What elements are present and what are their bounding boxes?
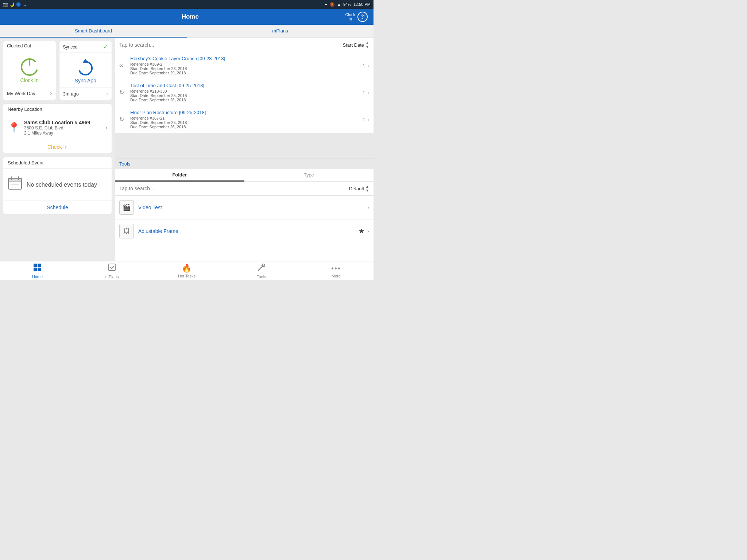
tab-type[interactable]: Type (244, 169, 374, 182)
clock-time: 12:50 PM (353, 2, 371, 7)
tools-list: 🎬 Video Test › 🖼 Adjustable Frame ★ › (115, 196, 374, 261)
tools-sort-arrows: ▲▼ (365, 184, 369, 192)
top-nav: Home ClockIn ⏱ (0, 9, 374, 25)
location-pin-icon: 📍 (8, 122, 20, 134)
section-tabs: Smart Dashboard mPlans (0, 25, 374, 38)
svg-rect-11 (34, 268, 37, 271)
plan-start-date: Start Date: September 23, 2018 (130, 66, 363, 71)
tools-sort-button[interactable]: Default ▲▼ (349, 184, 369, 192)
tool-item[interactable]: 🖼 Adjustable Frame ★ › (115, 219, 374, 243)
plan-ref: Reference #367-21 (130, 116, 363, 120)
mplans-sort-button[interactable]: Start Date ▲▼ (343, 41, 369, 49)
mplans-section: Start Date ▲▼ ∞ Hershey's Cookie Layer C… (115, 38, 374, 159)
tools-section: Tools Folder Type Default ▲▼ 🎬 Video Tes… (115, 159, 374, 261)
nearby-location-card: Nearby Location 📍 Sams Club Location # 4… (3, 103, 112, 154)
schedule-button[interactable]: Schedule (3, 201, 112, 214)
status-left-icons: 📷 🌙 🔵 ... (3, 2, 26, 7)
cards-row: Clocked Out Clock In My Work Day › (3, 41, 112, 100)
plan-item[interactable]: ∞ Hershey's Cookie Layer Crunch [09-23-2… (115, 52, 374, 79)
nav-item-home[interactable]: Home (0, 261, 75, 280)
plan-item[interactable]: ↻ Floor Plan Restructure [09-25-2018] Re… (115, 106, 374, 133)
tools-tabs: Folder Type (115, 169, 374, 182)
plan-title: Floor Plan Restructure [09-25-2018] (130, 110, 363, 115)
location-info: Sams Club Location # 4969 3500 S.E. Club… (24, 120, 102, 136)
svg-rect-12 (38, 268, 41, 271)
nav-item-hot-tasks[interactable]: 🔥 Hot Tasks (150, 261, 224, 280)
nav-label: Hot Tasks (178, 274, 196, 278)
plan-ref: Reference #213-330 (130, 89, 363, 93)
plan-due-date: Due Date: September 26, 2018 (130, 125, 363, 129)
plan-chevron: › (367, 117, 369, 122)
nav-item-mplans[interactable]: mPlans (75, 261, 150, 280)
wifi-icon: ▲ (337, 2, 341, 7)
svg-rect-13 (109, 264, 115, 271)
mplans-search-input[interactable] (119, 42, 343, 48)
location-distance: 2.1 Miles Away (24, 131, 102, 136)
right-panel: Start Date ▲▼ ∞ Hershey's Cookie Layer C… (115, 38, 374, 261)
sync-card: Synced ✓ Sync App 3m ago › (59, 41, 112, 100)
location-body[interactable]: 📍 Sams Club Location # 4969 3500 S.E. Cl… (3, 115, 112, 140)
mplans-search-bar: Start Date ▲▼ (115, 38, 374, 52)
svg-rect-4 (8, 178, 22, 182)
mplans-list: ∞ Hershey's Cookie Layer Crunch [09-23-2… (115, 52, 374, 159)
no-events-text: No scheduled events today (27, 182, 97, 188)
clock-in-label: Clock In (20, 77, 39, 83)
work-day-chevron: › (50, 90, 52, 97)
clock-in-card-body[interactable]: Clock In (3, 51, 56, 87)
location-name: Sams Club Location # 4969 (24, 120, 102, 125)
sync-icon (76, 59, 95, 78)
nearby-location-header: Nearby Location (3, 104, 112, 115)
tools-sort-label: Default (349, 186, 364, 191)
plan-count: 1 (363, 63, 365, 68)
plan-icon: ↻ (119, 89, 127, 96)
clock-in-top-button[interactable]: ClockIn (345, 12, 355, 21)
plan-due-date: Due Date: September 26, 2018 (130, 98, 363, 102)
photo-icon: 📷 (3, 2, 8, 7)
tool-icon: 🎬 (119, 200, 134, 215)
tab-mplans[interactable]: mPlans (187, 25, 374, 38)
plan-count: 1 (363, 117, 365, 122)
tool-icon: 🖼 (119, 224, 134, 238)
moon-icon: 🌙 (9, 2, 15, 7)
sync-chevron: › (106, 90, 108, 97)
sort-arrows-icon: ▲▼ (365, 41, 369, 49)
hot-tasks-icon: 🔥 (182, 264, 191, 273)
app-icon: 🔵 (16, 2, 21, 7)
svg-rect-9 (34, 264, 37, 267)
tool-item[interactable]: 🎬 Video Test › (115, 196, 374, 219)
nav-item-tools[interactable]: Tools (224, 261, 299, 280)
plan-due-date: Due Date: September 29, 2018 (130, 71, 363, 75)
calendar-icon (8, 176, 22, 193)
nav-item-more[interactable]: ••• More (299, 261, 374, 280)
location-address: 3500 S.E. Club Blvd. (24, 125, 102, 131)
clock-circle-icon[interactable]: ⏱ (357, 12, 368, 22)
plan-count: 1 (363, 90, 365, 95)
check-in-button[interactable]: Check In (3, 140, 112, 153)
tab-folder[interactable]: Folder (115, 169, 244, 182)
synced-checkmark: ✓ (103, 43, 108, 50)
plan-info: Hershey's Cookie Layer Crunch [09-23-201… (130, 56, 363, 75)
plan-title: Hershey's Cookie Layer Crunch [09-23-201… (130, 56, 363, 61)
status-right-icons: ✦ 🔕 ▲ 94% 12:50 PM (324, 2, 371, 7)
sync-card-body[interactable]: Sync App (59, 53, 112, 87)
tool-chevron: › (367, 205, 369, 210)
sync-label: Sync App (75, 78, 96, 83)
page-title: Home (35, 13, 345, 20)
plan-icon: ∞ (119, 62, 127, 69)
left-panel: Clocked Out Clock In My Work Day › (0, 38, 115, 261)
sync-time-footer[interactable]: 3m ago › (59, 87, 112, 100)
nav-label: Home (32, 275, 43, 279)
svg-rect-10 (38, 264, 41, 267)
tool-star-icon[interactable]: ★ (359, 227, 364, 235)
plan-start-date: Start Date: September 25, 2018 (130, 93, 363, 98)
plan-item[interactable]: ↻ Test of Time and Cost [09-25-2018] Ref… (115, 79, 374, 106)
battery-level: 94% (343, 2, 351, 7)
mute-icon: 🔕 (330, 2, 335, 7)
tool-chevron: › (367, 228, 369, 234)
scheduled-event-card: Scheduled Event No scheduled events toda… (3, 157, 112, 214)
event-body: No scheduled events today (3, 169, 112, 201)
tab-smart-dashboard[interactable]: Smart Dashboard (0, 25, 187, 38)
tools-search-input[interactable] (119, 186, 349, 191)
my-work-day-button[interactable]: My Work Day › (3, 87, 56, 100)
clock-in-top-label: ClockIn (345, 12, 355, 21)
